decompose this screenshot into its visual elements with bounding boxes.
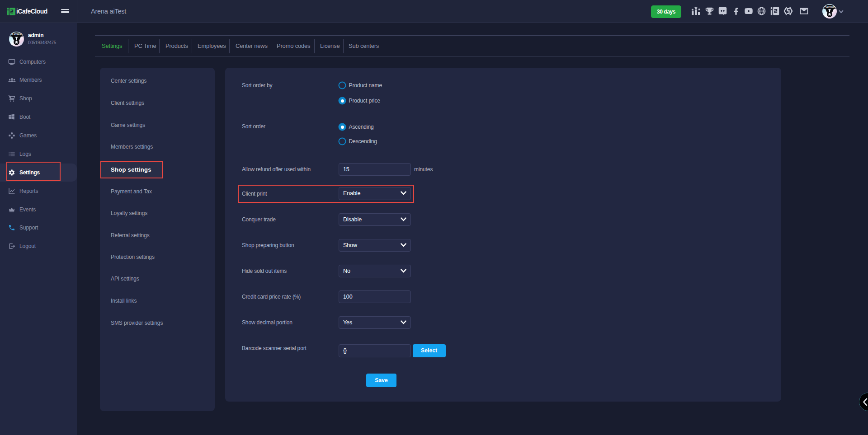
svg-text:PLATINUM: PLATINUM (825, 6, 835, 8)
svg-text:PLATINUM: PLATINUM (11, 33, 22, 36)
